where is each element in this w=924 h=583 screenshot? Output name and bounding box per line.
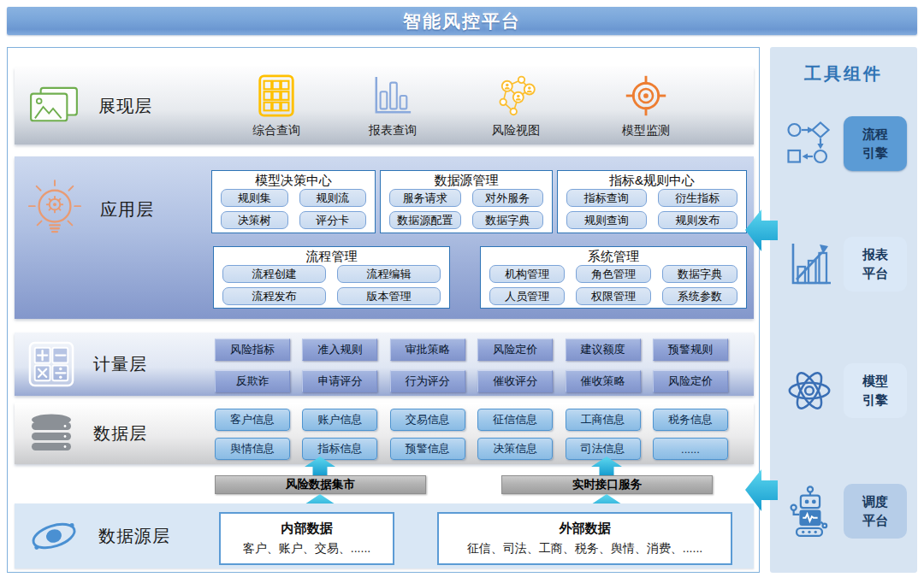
measurement-layer-band: 计量层 风险指标 准入规则 审批策略 风险定价 建议额度 预警规则 反欺诈 申请…: [15, 333, 754, 396]
target-icon: [625, 74, 667, 117]
tool-row-schedule-platform: 调度平台: [784, 483, 912, 539]
app-chip[interactable]: 衍生指标: [658, 189, 738, 207]
app-chip[interactable]: 数据字典: [472, 211, 544, 229]
data-chip[interactable]: 舆情信息: [215, 438, 290, 460]
presentation-item-model-monitor[interactable]: 模型监测: [598, 74, 694, 138]
network-icon: [494, 73, 538, 117]
tool-button-process-engine[interactable]: 流程引擎: [844, 116, 907, 171]
internal-data-desc: 客户、账户、交易、......: [243, 541, 370, 556]
presentation-layer-band: 展现层 综合查询 报表查询: [15, 68, 754, 144]
measurement-chip[interactable]: 建议额度: [566, 339, 641, 361]
data-chip[interactable]: 交易信息: [390, 409, 465, 431]
data-chip[interactable]: 决策信息: [477, 438, 553, 460]
bar-chart-icon: [372, 74, 413, 117]
measurement-chip[interactable]: 风险定价: [653, 370, 728, 392]
tool-button-label: 报表平台: [862, 245, 889, 283]
left-arrow-icon: [745, 468, 778, 513]
measurement-chip[interactable]: 催收评分: [477, 370, 553, 392]
group-title: 指标&规则中心: [558, 173, 746, 187]
layer-title: 计量层: [93, 353, 147, 376]
tool-button-schedule-platform[interactable]: 调度平台: [844, 484, 907, 539]
tool-button-label: 流程引擎: [862, 125, 889, 162]
app-chip[interactable]: 流程创建: [222, 265, 326, 283]
data-row-2: 舆情信息 指标信息 预警信息 决策信息 司法信息 ......: [215, 438, 728, 460]
presentation-item-label: 报表查询: [369, 123, 417, 138]
app-chip[interactable]: 角色管理: [576, 265, 651, 283]
data-chip[interactable]: 客户信息: [215, 409, 290, 431]
grid-icon: [258, 74, 295, 117]
galaxy-icon: [28, 515, 80, 556]
internal-data-title: 内部数据: [281, 521, 333, 537]
measurement-row-1: 风险指标 准入规则 审批策略 风险定价 建议额度 预警规则: [215, 339, 728, 361]
measurement-row-2: 反欺诈 申请评分 行为评分 催收评分 催收策略 风险定价: [215, 370, 728, 392]
app-chip[interactable]: 规则集: [221, 189, 288, 207]
group-datasource-management: 数据源管理 服务请求 对外服务 数据源配置 数据字典: [380, 170, 553, 233]
app-chip[interactable]: 机构管理: [489, 265, 565, 283]
measurement-chip[interactable]: 反欺诈: [215, 370, 290, 392]
measurement-chip[interactable]: 催收策略: [566, 370, 641, 392]
measurement-chip[interactable]: 风险定价: [477, 339, 553, 361]
app-chip[interactable]: 决策树: [221, 211, 288, 229]
platform-title: 智能风控平台: [403, 9, 521, 33]
up-arrow-icon: [591, 456, 622, 476]
data-chip[interactable]: ......: [653, 438, 728, 460]
app-chip[interactable]: 流程编辑: [337, 265, 441, 283]
calculator-icon: [28, 341, 74, 387]
measurement-chip[interactable]: 行为评分: [390, 370, 465, 392]
database-icon: [28, 413, 74, 454]
app-chip[interactable]: 人员管理: [489, 287, 565, 305]
measurement-chip[interactable]: 预警规则: [653, 339, 728, 361]
presentation-item-label: 风险视图: [492, 123, 540, 138]
app-chip[interactable]: 权限管理: [576, 287, 651, 305]
tool-button-model-engine[interactable]: 模型引擎: [844, 363, 907, 418]
app-chip[interactable]: 规则查询: [566, 211, 647, 229]
data-chip[interactable]: 工商信息: [566, 409, 641, 431]
tool-row-process-engine: 流程引擎: [784, 115, 912, 172]
app-chip[interactable]: 服务请求: [389, 189, 461, 207]
group-indicator-rule-center: 指标&规则中心 指标查询 衍生指标 规则查询 规则发布: [557, 170, 747, 233]
app-chip[interactable]: 规则发布: [658, 211, 738, 229]
group-title: 流程管理: [214, 249, 449, 263]
data-chip[interactable]: 预警信息: [390, 438, 465, 460]
measurement-chip[interactable]: 准入规则: [302, 339, 377, 361]
tool-button-report-platform[interactable]: 报表平台: [844, 237, 907, 292]
sidebar-title: 工具组件: [770, 62, 917, 85]
presentation-item-risk-view[interactable]: 风险视图: [468, 74, 564, 138]
app-chip[interactable]: 对外服务: [472, 189, 544, 207]
app-chip[interactable]: 规则流: [299, 189, 367, 207]
app-chip[interactable]: 系统参数: [662, 287, 737, 305]
external-data-desc: 征信、司法、工商、税务、舆情、消费、......: [467, 541, 702, 556]
pictures-icon: [28, 85, 80, 127]
measurement-layer-head: 计量层: [28, 341, 147, 387]
tool-button-label: 模型引擎: [862, 372, 889, 409]
app-chip[interactable]: 数据源配置: [389, 211, 461, 229]
group-title: 系统管理: [481, 249, 746, 263]
group-system-management: 系统管理 机构管理 角色管理 数据字典 人员管理 权限管理 系统参数: [480, 246, 747, 309]
layer-title: 数据源层: [98, 525, 170, 548]
data-chip[interactable]: 税务信息: [653, 409, 728, 431]
data-layer-head: 数据层: [28, 413, 147, 454]
app-chip[interactable]: 指标查询: [566, 189, 647, 207]
realtime-interface-bar: 实时接口服务: [501, 475, 713, 494]
data-chip[interactable]: 账户信息: [302, 409, 377, 431]
presentation-item-label: 综合查询: [252, 123, 300, 138]
external-data-title: 外部数据: [560, 521, 611, 537]
tool-row-report-platform: 报表平台: [784, 236, 912, 292]
presentation-item-report-query[interactable]: 报表查询: [345, 74, 441, 138]
app-chip[interactable]: 评分卡: [299, 211, 367, 229]
app-chip[interactable]: 数据字典: [662, 265, 737, 283]
app-chip[interactable]: 流程发布: [222, 287, 326, 305]
external-data-box: 外部数据 征信、司法、工商、税务、舆情、消费、......: [437, 512, 732, 565]
measurement-chip[interactable]: 风险指标: [215, 339, 290, 361]
presentation-item-label: 模型监测: [622, 123, 670, 138]
report-chart-icon: [785, 239, 833, 289]
measurement-chip[interactable]: 审批策略: [390, 339, 465, 361]
atom-icon: [785, 366, 834, 415]
left-arrow-icon: [745, 208, 778, 253]
group-model-decision-center: 模型决策中心 规则集 规则流 决策树 评分卡: [211, 170, 376, 233]
data-chip[interactable]: 征信信息: [477, 409, 553, 431]
measurement-chip[interactable]: 申请评分: [302, 370, 377, 392]
platform-title-bar: 智能风控平台: [7, 7, 917, 35]
app-chip[interactable]: 版本管理: [337, 287, 441, 305]
presentation-item-integrated-query[interactable]: 综合查询: [228, 74, 324, 138]
